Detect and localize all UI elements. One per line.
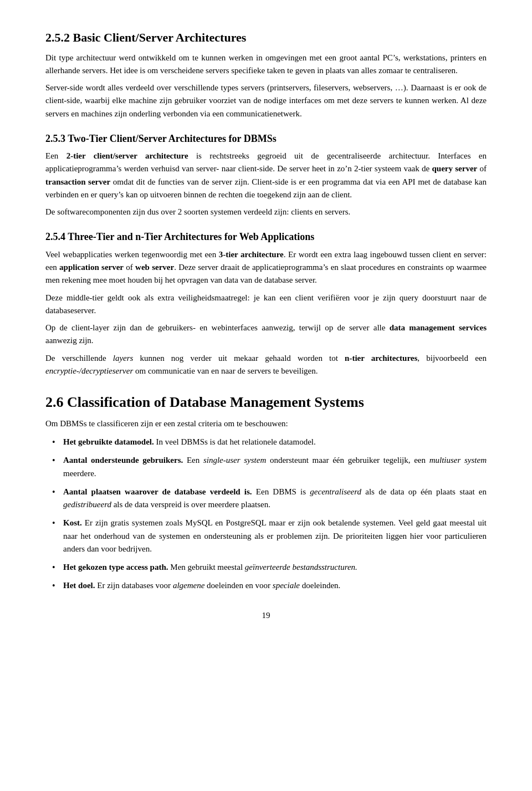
list-item-3: Aantal plaatsen waarover de database ver… bbox=[45, 486, 487, 512]
list-item-5: Het gekozen type access path. Men gebrui… bbox=[45, 561, 487, 574]
para-252-2: Server-side wordt alles verdeeld over ve… bbox=[45, 81, 487, 120]
list-item-6: Het doel. Er zijn databases voor algemen… bbox=[45, 579, 487, 592]
para-254-4: De verschillende layers kunnen nog verde… bbox=[45, 352, 487, 378]
para-252-1: Dit type architectuur werd ontwikkeld om… bbox=[45, 52, 487, 78]
para-254-3: Op de client-layer zijn dan de gebruiker… bbox=[45, 321, 487, 348]
para-253-1: Een 2-tier client/server architecture is… bbox=[45, 150, 487, 201]
criteria-list: Het gebruikte datamodel. In veel DBMSs i… bbox=[45, 436, 487, 593]
page-number: 19 bbox=[45, 609, 487, 622]
para-254-2: Deze middle-tier geldt ook als extra vei… bbox=[45, 292, 487, 318]
list-item-4: Kost. Er zijn gratis systemen zoals MySQ… bbox=[45, 517, 487, 555]
para-253-2: De softwarecomponenten zijn dus over 2 s… bbox=[45, 206, 487, 218]
page: 2.5.2 Basic Client/Server Architectures … bbox=[0, 0, 532, 791]
heading-254: 2.5.4 Three-Tier and n-Tier Architecture… bbox=[45, 231, 487, 243]
para-254-1: Veel webapplicaties werken tegenwoordig … bbox=[45, 248, 487, 287]
para-26-intro: Om DBMSs te classificeren zijn er een ze… bbox=[45, 417, 487, 430]
heading-26: 2.6 Classification of Database Managemen… bbox=[45, 393, 487, 412]
list-item-2: Aantal ondersteunde gebruikers. Een sing… bbox=[45, 454, 487, 480]
heading-252: 2.5.2 Basic Client/Server Architectures bbox=[45, 30, 487, 46]
list-item-1: Het gebruikte datamodel. In veel DBMSs i… bbox=[45, 436, 487, 448]
heading-253: 2.5.3 Two-Tier Client/Server Architectur… bbox=[45, 132, 487, 145]
